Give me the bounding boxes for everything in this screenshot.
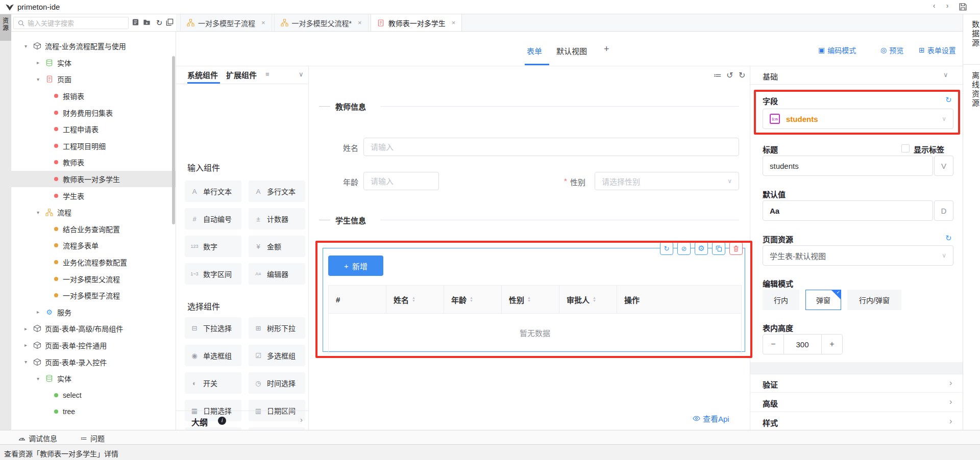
tree-item-13[interactable]: 业务化流程参数配置	[11, 254, 176, 271]
palette-item-dropdown[interactable]: ⊟下拉选择	[185, 317, 241, 339]
edit-mode-inline[interactable]: 行内	[763, 290, 799, 310]
close-icon[interactable]: ×	[261, 19, 265, 27]
palette-item-time-picker[interactable]: ◷时间选择	[249, 372, 305, 394]
sort-icon[interactable]: ▲▼	[412, 296, 415, 302]
tree-item-20[interactable]: ▾实体	[11, 370, 176, 387]
column-header-2[interactable]: 年龄▲▼	[444, 286, 502, 313]
rail-tab-offline-resource[interactable]: 离线资源	[963, 71, 980, 108]
section-validation[interactable]: 验证›	[750, 374, 963, 393]
copy-icon[interactable]	[712, 242, 725, 255]
tree-item-18[interactable]: ▸页面-表单-控件通用	[11, 337, 176, 354]
tree-item-1[interactable]: ▸实体	[11, 55, 176, 71]
page-resource-select[interactable]: 学生表-默认视图 ∨	[763, 245, 953, 266]
palette-item-switch[interactable]: ◐开关	[185, 372, 241, 394]
section-teacher-info[interactable]: 教师信息	[309, 101, 750, 111]
redo-icon[interactable]: ↻	[739, 70, 745, 80]
search-input[interactable]	[28, 19, 128, 27]
tree-item-2[interactable]: ▾页面	[11, 71, 176, 88]
close-icon[interactable]: ×	[358, 19, 362, 27]
debug-info-button[interactable]: 调试信息	[18, 433, 57, 443]
caret-right-icon[interactable]: ▸	[24, 326, 33, 331]
palette-tab-extension[interactable]: 扩展组件	[226, 69, 257, 80]
tree-item-3[interactable]: 报销表	[11, 88, 176, 105]
rail-tab-datasource[interactable]: 数据源	[963, 20, 980, 48]
tree-item-4[interactable]: 财务费用归集表	[11, 104, 176, 121]
palette-item-single-line-text[interactable]: A单行文本	[185, 181, 241, 202]
title-input[interactable]	[763, 156, 933, 176]
locate-file-icon[interactable]	[132, 18, 141, 28]
sort-icon[interactable]: ▲▼	[527, 296, 531, 302]
tree-item-22[interactable]: tree	[11, 403, 176, 420]
students-subtable-widget[interactable]: ↻ ⊘ ⚙ + 新增 #姓名▲▼年龄▲▼性别▲▼审批人▲▼操作 暂无数据	[323, 248, 745, 352]
name-input[interactable]	[363, 138, 739, 156]
gender-select[interactable]: 请选择性别 ∨	[595, 172, 739, 190]
inspector-header[interactable]: 基础 ∨	[750, 66, 963, 85]
caret-down-icon[interactable]: ▾	[37, 376, 45, 381]
palette-item-tree-dropdown[interactable]: ⊞树形下拉	[249, 317, 305, 339]
caret-down-icon[interactable]: ▾	[24, 43, 33, 49]
default-value-addon[interactable]: D	[934, 200, 953, 221]
tree-item-5[interactable]: 工程申请表	[11, 121, 176, 138]
tree-item-6[interactable]: 工程项目明细	[11, 138, 176, 155]
tree-item-12[interactable]: 流程多表单	[11, 237, 176, 254]
palette-item-amount[interactable]: ¥金额	[249, 236, 305, 257]
search-box[interactable]	[13, 17, 129, 29]
tree-item-16[interactable]: ▸⚙服务	[11, 304, 176, 321]
palette-item-multi-line-text[interactable]: A多行文本	[249, 181, 305, 202]
add-view-button[interactable]: +	[604, 44, 609, 55]
show-label-checkbox[interactable]	[901, 144, 910, 152]
palette-item-number[interactable]: 123数字	[185, 236, 241, 257]
caret-down-icon[interactable]: ▾	[37, 76, 45, 82]
caret-down-icon[interactable]: ▾	[24, 359, 33, 365]
refresh-resource-icon[interactable]: ↻	[945, 234, 952, 243]
palette-item-checkbox-group[interactable]: ☑多选框组	[249, 345, 305, 366]
close-icon[interactable]: ×	[452, 19, 456, 27]
edit-mode-modal[interactable]: 弹窗 ✓	[805, 290, 841, 310]
undo-icon[interactable]: ↺	[726, 70, 733, 80]
tree-item-19[interactable]: ▾页面-表单-录入控件	[11, 353, 176, 370]
caret-right-icon[interactable]: ▸	[24, 342, 33, 348]
tree-item-11[interactable]: 结合业务查询配置	[11, 221, 176, 238]
palette-tab-system[interactable]: 系统组件	[187, 69, 218, 80]
outline-bar[interactable]: 大纲 i ›	[176, 411, 309, 430]
caret-down-icon[interactable]: ▾	[37, 210, 45, 215]
stepper-minus-button[interactable]: −	[763, 334, 784, 354]
column-header-4[interactable]: 审批人▲▼	[559, 286, 617, 313]
default-value-input[interactable]	[763, 200, 933, 221]
file-tab-1[interactable]: 一对多模型父流程*×	[274, 14, 369, 31]
link-icon[interactable]: ⊘	[677, 242, 691, 255]
table-height-value[interactable]: 300	[783, 334, 821, 354]
outline-expand-icon[interactable]: ›	[300, 415, 303, 424]
tree-item-15[interactable]: 一对多模型子流程	[11, 287, 176, 304]
preview-button[interactable]: ◎ 预览	[880, 45, 903, 55]
tree-item-0[interactable]: ▾流程-业务流程配置与使用	[11, 38, 176, 55]
new-folder-icon[interactable]	[143, 18, 152, 28]
tree-item-14[interactable]: 一对多模型父流程	[11, 270, 176, 287]
sort-icon[interactable]: ▲▼	[593, 296, 596, 302]
caret-right-icon[interactable]: ▸	[37, 60, 45, 65]
title-variable-addon[interactable]: V	[934, 156, 953, 176]
tree-item-17[interactable]: ▸页面-表单-高级/布局组件	[11, 320, 176, 337]
column-header-3[interactable]: 性别▲▼	[502, 286, 559, 313]
tab-form[interactable]: 表单	[527, 45, 542, 56]
tree-item-9[interactable]: 学生表	[11, 187, 176, 204]
problems-button[interactable]: ≔ 问题	[81, 433, 105, 443]
collapse-all-icon[interactable]	[166, 18, 175, 28]
history-back-icon[interactable]: ‹	[929, 2, 939, 10]
resource-rail-tab[interactable]: 资源	[0, 14, 11, 41]
field-select[interactable]: 1:n students ∨	[763, 109, 953, 129]
tab-default-view[interactable]: 默认视图	[556, 45, 587, 56]
edit-mode-inline-modal[interactable]: 行内/弹窗	[847, 290, 901, 310]
outline-tree-icon[interactable]: ≔	[714, 70, 722, 80]
palette-item-editor[interactable]: A≡编辑器	[249, 263, 305, 285]
palette-collapse-icon[interactable]: ∨	[299, 70, 304, 78]
tree-item-21[interactable]: select	[11, 387, 176, 403]
save-icon[interactable]	[959, 3, 967, 11]
stepper-plus-button[interactable]: +	[821, 334, 843, 354]
history-forward-icon[interactable]: ›	[942, 2, 952, 10]
palette-item-radio-group[interactable]: ◉单选框组	[185, 345, 241, 366]
section-style[interactable]: 样式›	[750, 413, 963, 431]
delete-icon[interactable]	[729, 242, 743, 255]
sync-icon[interactable]: ↻	[660, 242, 673, 255]
file-tab-0[interactable]: 一对多模型子流程×	[180, 14, 272, 31]
